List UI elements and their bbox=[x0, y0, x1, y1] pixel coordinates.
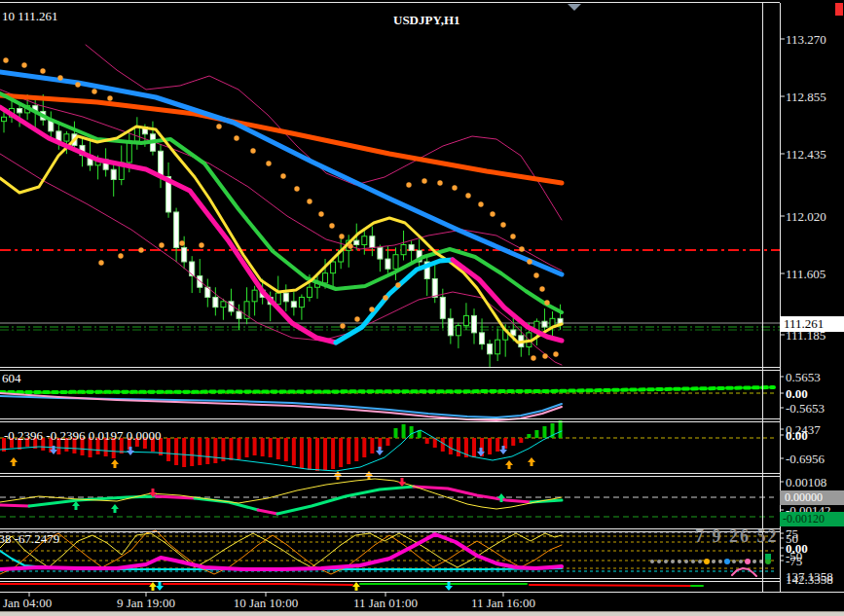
top-border bbox=[0, 2, 780, 3]
p2-tick: 0.00 bbox=[786, 428, 808, 444]
price-tick: 112.435 bbox=[786, 147, 826, 163]
time-tick: Jan 04:00 bbox=[3, 596, 52, 611]
p4-tick: -75 bbox=[786, 554, 802, 569]
separator-p1-p2-a[interactable] bbox=[0, 418, 780, 419]
p3-zero-badge: 0.00000 bbox=[780, 490, 844, 505]
separator-p3-p4-a[interactable] bbox=[0, 528, 780, 529]
chart-title: USDJPY,H1 bbox=[393, 13, 460, 28]
plot-right-border bbox=[762, 3, 763, 592]
separator-p2-p3-a[interactable] bbox=[0, 473, 780, 474]
p1-tick: -0.5653 bbox=[786, 401, 825, 417]
chart-canvas[interactable] bbox=[0, 0, 844, 616]
separator-p1-p2-b[interactable] bbox=[0, 421, 780, 422]
ohlc-info-label: 10 111.261 bbox=[2, 9, 58, 24]
p1-tick: 0.00 bbox=[786, 386, 808, 402]
window-bottom-bar bbox=[0, 612, 844, 616]
price-tick: 113.270 bbox=[786, 32, 826, 48]
p3-tick: 0.00108 bbox=[786, 475, 826, 490]
p3-value-badge: -0.00120 bbox=[780, 512, 844, 526]
mt4-chart-window: 10 111.261 USDJPY,H1 113.270 112.855 112… bbox=[0, 0, 844, 616]
separator-p4-strip-a[interactable] bbox=[0, 578, 780, 579]
separator-main-p1-a[interactable] bbox=[0, 367, 780, 368]
separator-p2-p3-b[interactable] bbox=[0, 476, 780, 477]
p2-value-label: -0.2396 -0.2396 0.0197 0.0000 bbox=[4, 428, 161, 444]
p1-value-label: 604 bbox=[2, 371, 21, 386]
time-tick: 9 Jan 19:00 bbox=[117, 596, 175, 611]
time-axis-line bbox=[0, 592, 844, 593]
corner-red-mark-icon bbox=[835, 3, 843, 16]
price-tick: 112.020 bbox=[786, 209, 826, 225]
price-tick: 112.855 bbox=[786, 90, 826, 105]
time-tick: 11 Jan 01:00 bbox=[353, 596, 418, 611]
p1-tick: 0.5653 bbox=[786, 370, 821, 385]
p2-tick: -0.6956 bbox=[786, 452, 825, 467]
p4-value-label: 838 -67.2479 bbox=[0, 531, 59, 547]
p4-periods-legend: 7 9 26 52 bbox=[695, 526, 779, 547]
p4-bottom-tick: 142.3358 bbox=[786, 572, 833, 588]
current-price-badge: 111.261 bbox=[780, 316, 844, 332]
separator-p4-strip-b[interactable] bbox=[0, 581, 780, 582]
separator-main-p1-b[interactable] bbox=[0, 370, 780, 371]
time-tick: 10 Jan 10:00 bbox=[234, 596, 298, 611]
time-tick: 11 Jan 16:00 bbox=[471, 596, 535, 611]
price-tick: 111.605 bbox=[786, 267, 826, 282]
separator-p3-p4-b[interactable] bbox=[0, 531, 780, 532]
